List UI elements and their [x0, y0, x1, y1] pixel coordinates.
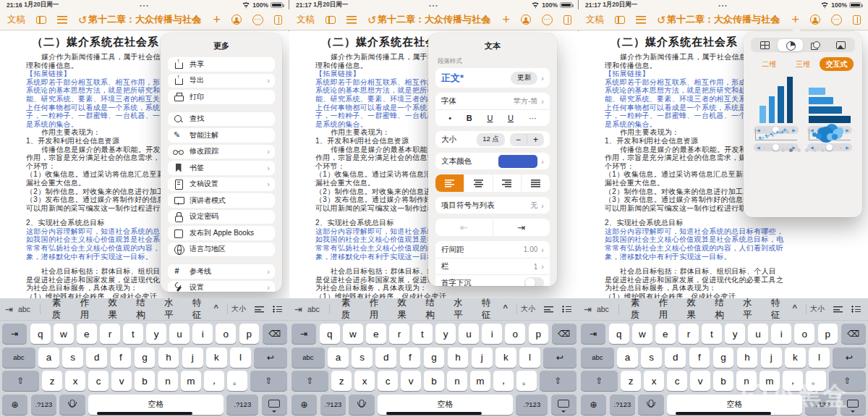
reader-view-icon[interactable] [563, 15, 571, 25]
candidate-word[interactable]: 作用 [362, 297, 390, 321]
format-brush-icon[interactable]: ✎ [193, 14, 203, 25]
alignment-shortcut-icon[interactable] [544, 306, 553, 313]
key[interactable]: x [644, 371, 663, 391]
strikethrough-button[interactable]: U [508, 114, 514, 122]
candidate-word[interactable]: 水平 [735, 297, 763, 321]
key[interactable]: s [62, 348, 83, 368]
key[interactable]: o [505, 324, 525, 344]
key[interactable]: i [192, 324, 213, 344]
numbers-key[interactable]: .?123 [516, 395, 548, 415]
shift-key[interactable]: ⇧ [292, 371, 328, 391]
home-indicator[interactable] [97, 412, 192, 416]
key[interactable]: e [366, 324, 386, 344]
menu-item[interactable]: 共享 [168, 57, 275, 72]
menu-item[interactable]: 修改跟踪 › [168, 145, 275, 159]
indent-button[interactable]: ⇥ [493, 219, 550, 236]
candidate-word[interactable]: 素质 [44, 297, 72, 321]
dismiss-keyboard-key[interactable] [841, 395, 866, 415]
key[interactable]: a [617, 348, 638, 368]
tab-key[interactable]: ⇥ [292, 324, 316, 344]
key[interactable]: n [447, 371, 467, 391]
menu-item[interactable]: 查找 [168, 112, 275, 127]
key[interactable]: w [632, 324, 652, 344]
candidate-word[interactable]: 素质 [623, 297, 651, 321]
key[interactable]: n [736, 371, 756, 391]
tab-2d[interactable]: 二维 [752, 59, 786, 70]
collaboration-icon[interactable] [810, 14, 820, 25]
insert-media-tab[interactable] [828, 39, 854, 51]
documents-button[interactable]: 文稿 [7, 14, 25, 26]
key[interactable]: ， [783, 371, 802, 391]
key[interactable]: d [86, 348, 107, 368]
sidebar-icon[interactable] [615, 16, 625, 24]
key[interactable]: g [424, 348, 445, 368]
backspace-key[interactable]: ⌫ [552, 324, 576, 344]
key[interactable]: c [88, 371, 108, 391]
tab-shortcut-icon[interactable]: ⇥ [294, 304, 302, 315]
key[interactable]: j [472, 348, 493, 368]
key[interactable]: 。 [516, 371, 536, 391]
format-brush-icon[interactable]: ✎ [772, 14, 781, 25]
reader-view-icon[interactable] [274, 15, 282, 25]
shift-key[interactable]: ⇧ [2, 371, 39, 391]
key[interactable]: p [239, 324, 260, 344]
undo-icon[interactable]: ↺ [657, 14, 666, 25]
key[interactable]: s [352, 348, 373, 368]
key[interactable]: g [713, 348, 734, 368]
italic-button[interactable]: • [448, 114, 451, 122]
key[interactable]: f [400, 348, 421, 368]
update-style-button[interactable]: 更新 [511, 72, 537, 85]
table-of-contents-icon[interactable] [636, 16, 646, 24]
key[interactable]: u [459, 324, 479, 344]
input-mode-label[interactable]: abc [597, 305, 609, 313]
numbers-key[interactable]: .?123 [31, 395, 56, 415]
more-styles-button[interactable]: ··· [529, 114, 537, 122]
key[interactable]: y [725, 324, 745, 344]
key[interactable]: u [169, 324, 190, 344]
return-key[interactable]: ↩ [254, 348, 287, 368]
key[interactable]: a [328, 348, 349, 368]
candidate-word[interactable]: 作用 [72, 297, 101, 321]
key[interactable]: t [702, 324, 722, 344]
page-dot[interactable] [813, 148, 817, 152]
text-color-row[interactable]: 文本颜色 › [435, 153, 550, 169]
documents-button[interactable]: 文稿 [297, 14, 315, 26]
align-center-button[interactable] [464, 174, 493, 192]
dictation-key[interactable] [59, 395, 85, 415]
key[interactable]: b [135, 371, 154, 391]
paragraph-style-row[interactable]: 正文* 更新 › [435, 68, 550, 88]
menu-item[interactable]: 语言与地区 [168, 243, 275, 257]
key[interactable]: w [54, 324, 74, 344]
key[interactable]: q [320, 324, 340, 344]
key[interactable]: k [785, 348, 806, 368]
key[interactable]: m [760, 371, 779, 391]
dropcap-toggle[interactable] [524, 277, 544, 286]
more-icon[interactable]: ··· [831, 14, 842, 25]
key[interactable]: z [42, 371, 61, 391]
collapse-candidates-button[interactable]: ^ [791, 303, 802, 315]
abc-key[interactable]: abc [292, 348, 325, 368]
align-justify-button[interactable] [522, 174, 550, 192]
tab-3d[interactable]: 三维 [786, 59, 820, 70]
bold-button[interactable]: B [467, 114, 472, 122]
return-key[interactable]: ↩ [543, 348, 576, 368]
key[interactable]: q [609, 324, 629, 344]
shift-key[interactable]: ⇧ [581, 371, 618, 391]
key[interactable]: e [77, 324, 97, 344]
globe-key[interactable]: ⊕ [581, 395, 606, 415]
key[interactable]: y [146, 324, 166, 344]
key[interactable]: x [65, 371, 85, 391]
table-of-contents-icon[interactable] [57, 16, 67, 24]
insert-plus-icon[interactable]: + [502, 13, 510, 26]
key[interactable]: c [667, 371, 686, 391]
key[interactable]: a [38, 348, 59, 368]
key[interactable]: z [331, 371, 351, 391]
menu-item[interactable]: 导出 › [168, 74, 275, 88]
key[interactable]: l [230, 348, 251, 368]
globe-key[interactable]: ⊕ [292, 395, 317, 415]
key[interactable]: v [401, 371, 420, 391]
page-dot[interactable] [821, 148, 825, 152]
key[interactable]: h [158, 348, 179, 368]
key[interactable]: v [690, 371, 710, 391]
collapse-candidates-button[interactable]: ^ [213, 303, 224, 315]
